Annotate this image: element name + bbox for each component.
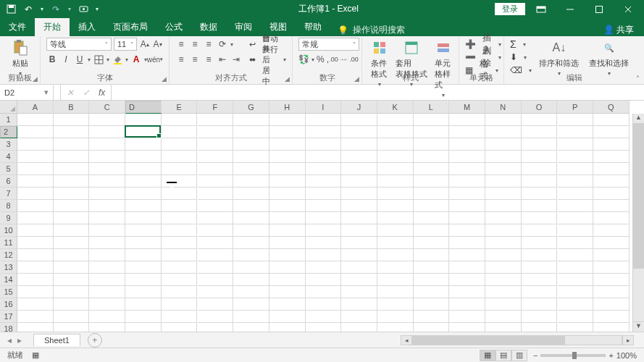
cell[interactable] — [485, 298, 522, 311]
cell[interactable] — [198, 175, 234, 188]
cell[interactable] — [485, 212, 522, 224]
cell[interactable] — [306, 224, 342, 237]
cell[interactable] — [198, 224, 234, 237]
column-header[interactable]: O — [522, 101, 558, 114]
cell[interactable] — [269, 261, 306, 274]
cell[interactable] — [449, 188, 485, 200]
cell[interactable] — [269, 138, 306, 151]
insert-cells-button[interactable]: ➕ 插入 ▾ — [465, 38, 498, 51]
cell[interactable] — [269, 323, 306, 332]
indent-dec-icon[interactable]: ⇤ — [217, 54, 228, 65]
cell[interactable] — [269, 200, 306, 212]
column-header[interactable]: H — [269, 101, 306, 114]
row-header[interactable]: 17 — [0, 311, 17, 323]
align-launcher-icon[interactable]: ◢ — [283, 75, 290, 83]
cell[interactable] — [558, 237, 594, 249]
cell[interactable] — [485, 200, 522, 212]
cell[interactable] — [449, 261, 485, 274]
percent-icon[interactable]: % — [317, 54, 325, 65]
cell[interactable] — [125, 114, 162, 126]
cell[interactable] — [125, 188, 162, 200]
row-header[interactable]: 6 — [0, 175, 17, 188]
cell[interactable] — [558, 200, 594, 212]
cell[interactable] — [233, 249, 269, 261]
cell[interactable] — [522, 298, 558, 311]
cell[interactable] — [54, 224, 90, 237]
cell[interactable] — [306, 323, 342, 332]
inc-decimal-icon[interactable]: .00→ — [331, 54, 343, 65]
clipboard-launcher-icon[interactable]: ◢ — [31, 75, 38, 83]
cell[interactable] — [449, 311, 485, 323]
cell[interactable] — [125, 163, 162, 175]
cell[interactable] — [306, 188, 342, 200]
cell[interactable] — [414, 323, 450, 332]
cell[interactable] — [341, 188, 377, 200]
cell[interactable] — [522, 261, 558, 274]
cell[interactable] — [198, 298, 234, 311]
cell[interactable] — [233, 151, 269, 163]
cell[interactable] — [198, 249, 234, 261]
cell[interactable] — [377, 163, 414, 175]
cell[interactable] — [377, 249, 414, 261]
font-launcher-icon[interactable]: ◢ — [160, 75, 167, 83]
cell[interactable] — [593, 188, 630, 200]
cell[interactable] — [522, 323, 558, 332]
column-header[interactable]: M — [449, 101, 485, 114]
row-header[interactable]: 12 — [0, 249, 17, 261]
row-header[interactable]: 16 — [0, 298, 17, 311]
cell[interactable] — [341, 175, 377, 188]
format-table-button[interactable]: 套用 表格格式▾ — [393, 38, 430, 100]
tab-review[interactable]: 审阅 — [226, 18, 261, 36]
cell[interactable] — [377, 311, 414, 323]
cell[interactable] — [233, 323, 269, 332]
cell[interactable] — [162, 138, 198, 151]
cell[interactable] — [233, 138, 269, 151]
cell[interactable] — [198, 261, 234, 274]
cell[interactable] — [89, 163, 125, 175]
cell[interactable] — [593, 274, 630, 286]
italic-icon[interactable]: I — [60, 54, 72, 65]
cell[interactable] — [414, 298, 450, 311]
cell[interactable] — [162, 188, 198, 200]
merge-center-button[interactable]: ⬌ 合并后居中 ▾ — [249, 53, 286, 66]
cell[interactable] — [341, 249, 377, 261]
row-header[interactable]: 13 — [0, 261, 17, 274]
cell[interactable] — [89, 298, 125, 311]
cell[interactable] — [17, 224, 54, 237]
cell[interactable] — [522, 274, 558, 286]
cell[interactable] — [558, 298, 594, 311]
login-button[interactable]: 登录 — [495, 3, 525, 15]
cell[interactable] — [125, 175, 162, 188]
cell[interactable] — [17, 200, 54, 212]
cell[interactable] — [558, 138, 594, 151]
cell[interactable] — [54, 298, 90, 311]
collapse-ribbon-icon[interactable]: ˄ — [636, 75, 640, 83]
shrink-font-icon[interactable]: A▾ — [152, 38, 163, 50]
cell[interactable] — [233, 311, 269, 323]
cell[interactable] — [162, 224, 198, 237]
row-header[interactable]: 14 — [0, 274, 17, 286]
row-header[interactable]: 8 — [0, 200, 17, 212]
indent-inc-icon[interactable]: ⇥ — [230, 54, 242, 65]
cell[interactable] — [558, 212, 594, 224]
cell[interactable] — [306, 138, 342, 151]
cell[interactable] — [233, 163, 269, 175]
row-header[interactable]: 5 — [0, 163, 17, 175]
cell[interactable] — [485, 237, 522, 249]
cell[interactable] — [162, 298, 198, 311]
cell[interactable] — [377, 188, 414, 200]
cell[interactable] — [414, 311, 450, 323]
cell[interactable] — [233, 188, 269, 200]
cell[interactable] — [341, 138, 377, 151]
cell[interactable] — [89, 323, 125, 332]
cell[interactable] — [593, 200, 630, 212]
cell[interactable] — [377, 212, 414, 224]
cell[interactable] — [54, 286, 90, 298]
underline-icon[interactable]: U — [74, 54, 85, 65]
cell[interactable] — [485, 175, 522, 188]
cell[interactable] — [125, 311, 162, 323]
scroll-up-icon[interactable]: ▲ — [633, 114, 644, 124]
cell[interactable] — [125, 200, 162, 212]
cell[interactable] — [414, 261, 450, 274]
cell[interactable] — [449, 138, 485, 151]
